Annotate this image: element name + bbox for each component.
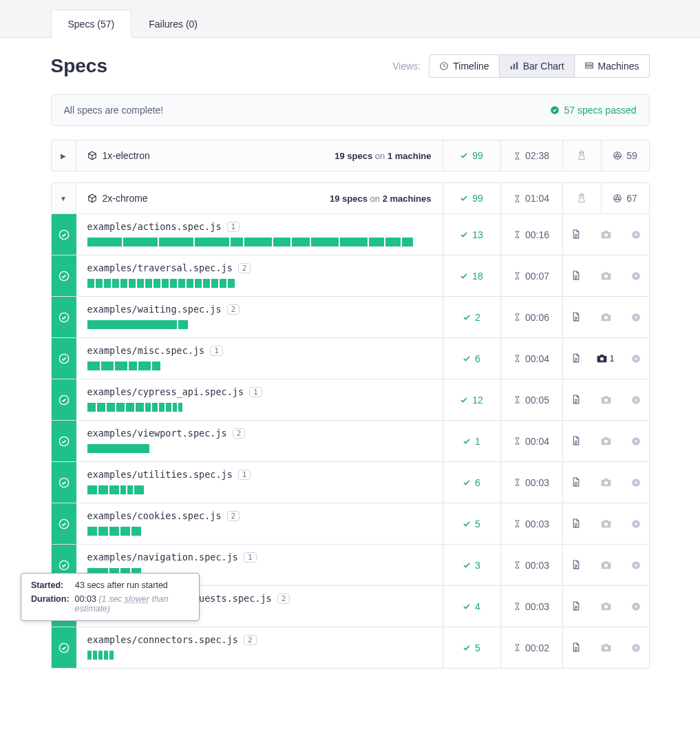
screenshot-icon[interactable] — [593, 478, 619, 487]
output-icon[interactable] — [563, 601, 589, 611]
screenshot-icon[interactable]: 1 — [593, 353, 619, 364]
output-icon[interactable] — [563, 395, 589, 405]
tab-failures[interactable]: Failures (0) — [131, 10, 215, 38]
bar-segment[interactable] — [116, 403, 125, 412]
bar-segment[interactable] — [211, 279, 218, 288]
bar-segment[interactable] — [134, 485, 144, 494]
spec-row[interactable]: examples/traversal.spec.js21800:07 — [51, 255, 650, 297]
bar-segment[interactable] — [152, 403, 158, 412]
screenshot-icon[interactable] — [593, 271, 619, 280]
bar-segment[interactable] — [136, 403, 144, 412]
bar-segment[interactable] — [137, 279, 144, 288]
spec-row[interactable]: examples/actions.spec.js11300:16 — [51, 214, 650, 255]
screenshot-icon[interactable] — [593, 643, 619, 652]
video-icon[interactable] — [623, 230, 649, 240]
spec-bar-chart[interactable] — [87, 238, 432, 246]
bar-segment[interactable] — [131, 527, 141, 536]
bar-segment[interactable] — [123, 238, 158, 246]
spec-bar-chart[interactable] — [87, 485, 432, 494]
view-machines-button[interactable]: Machines — [575, 54, 650, 78]
video-icon[interactable] — [623, 519, 649, 529]
bar-segment[interactable] — [145, 403, 151, 412]
bar-segment[interactable] — [203, 279, 210, 288]
bar-segment[interactable] — [109, 527, 119, 536]
bar-segment[interactable] — [228, 279, 235, 288]
screenshot-icon[interactable] — [593, 519, 619, 528]
video-icon[interactable] — [623, 271, 649, 281]
bar-segment[interactable] — [120, 485, 126, 494]
bar-segment[interactable] — [159, 238, 193, 246]
bar-segment[interactable] — [244, 238, 272, 246]
bar-segment[interactable] — [162, 279, 169, 288]
spec-row[interactable]: examples/waiting.spec.js2200:06 — [51, 297, 650, 338]
screenshot-icon[interactable] — [593, 230, 619, 239]
video-icon[interactable] — [623, 395, 649, 405]
bar-segment[interactable] — [87, 444, 149, 453]
bar-segment[interactable] — [112, 279, 119, 288]
spec-bar-chart[interactable] — [87, 320, 432, 329]
tab-specs[interactable]: Specs (57) — [51, 10, 132, 38]
screenshot-icon[interactable] — [593, 437, 619, 445]
bar-segment[interactable] — [120, 527, 130, 536]
output-icon[interactable] — [563, 642, 589, 653]
bar-segment[interactable] — [87, 651, 92, 660]
bar-segment[interactable] — [311, 238, 339, 246]
spec-row[interactable]: examples/connectors.spec.js2500:02 — [51, 627, 650, 669]
spec-row[interactable]: examples/viewport.spec.js2100:04 — [51, 421, 650, 462]
output-icon[interactable] — [563, 271, 589, 281]
bar-segment[interactable] — [138, 361, 151, 370]
video-icon[interactable] — [623, 437, 649, 446]
video-icon[interactable] — [623, 560, 649, 570]
group-header[interactable]: ▶1x-electron19 specs on 1 machine9902:38… — [51, 140, 650, 171]
output-icon[interactable] — [563, 436, 589, 446]
bar-segment[interactable] — [369, 238, 384, 246]
bar-segment[interactable] — [101, 361, 114, 370]
bar-segment[interactable] — [96, 279, 103, 288]
bar-segment[interactable] — [187, 279, 193, 288]
spec-bar-chart[interactable] — [87, 403, 432, 412]
bar-segment[interactable] — [273, 238, 290, 246]
bar-segment[interactable] — [127, 485, 133, 494]
bar-segment[interactable] — [93, 651, 97, 660]
bar-segment[interactable] — [153, 279, 160, 288]
bar-segment[interactable] — [166, 403, 171, 412]
bar-segment[interactable] — [152, 361, 160, 370]
bar-segment[interactable] — [97, 403, 105, 412]
spec-row[interactable]: examples/cypress_api.spec.js11200:05 — [51, 379, 650, 421]
bar-segment[interactable] — [340, 238, 368, 246]
view-bar-chart-button[interactable]: Bar Chart — [500, 54, 575, 78]
screenshot-icon[interactable] — [593, 313, 619, 322]
screenshot-icon[interactable] — [593, 395, 619, 404]
view-timeline-button[interactable]: Timeline — [429, 54, 499, 78]
bar-segment[interactable] — [109, 651, 114, 660]
bar-segment[interactable] — [126, 403, 134, 412]
bar-segment[interactable] — [145, 279, 152, 288]
bar-segment[interactable] — [178, 279, 185, 288]
spec-row[interactable]: examples/utilities.spec.js1600:03 — [51, 462, 650, 503]
bar-segment[interactable] — [104, 279, 111, 288]
screenshot-icon[interactable] — [593, 560, 619, 569]
bar-segment[interactable] — [170, 279, 177, 288]
video-icon[interactable] — [623, 478, 649, 487]
screenshot-icon[interactable] — [593, 602, 619, 611]
bar-segment[interactable] — [87, 320, 177, 329]
output-icon[interactable] — [563, 229, 589, 240]
spec-row[interactable]: examples/cookies.spec.js2500:03 — [51, 503, 650, 545]
bar-segment[interactable] — [87, 238, 122, 246]
video-icon[interactable] — [623, 602, 649, 611]
output-icon[interactable] — [563, 477, 589, 487]
bar-segment[interactable] — [159, 403, 165, 412]
bar-segment[interactable] — [129, 361, 137, 370]
bar-segment[interactable] — [178, 403, 182, 412]
bar-segment[interactable] — [87, 527, 97, 536]
spec-bar-chart[interactable] — [87, 527, 432, 536]
bar-segment[interactable] — [87, 361, 100, 370]
spec-row[interactable]: examples/misc.spec.js1600:041 — [51, 338, 650, 379]
bar-segment[interactable] — [109, 485, 119, 494]
video-icon[interactable] — [623, 643, 649, 653]
bar-segment[interactable] — [104, 651, 108, 660]
bar-segment[interactable] — [98, 485, 108, 494]
spec-bar-chart[interactable] — [87, 444, 432, 453]
spec-bar-chart[interactable] — [87, 361, 432, 370]
bar-segment[interactable] — [115, 361, 127, 370]
